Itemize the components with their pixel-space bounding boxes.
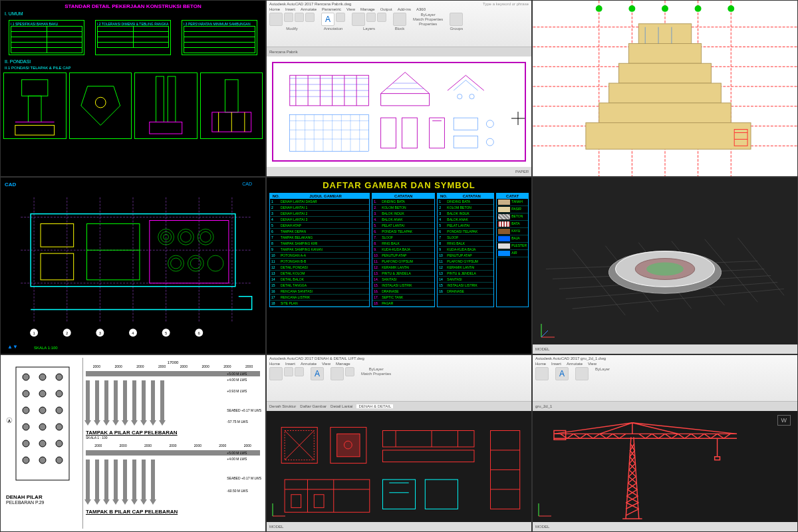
layer-icon[interactable]	[352, 13, 365, 26]
space-indicator[interactable]: MODEL	[535, 347, 549, 351]
drawing-canvas[interactable]: W	[533, 411, 797, 522]
foundation-detail	[3, 72, 66, 139]
menu-item[interactable]: Insert	[285, 7, 295, 11]
menu-item[interactable]: Home	[535, 362, 546, 366]
block-icon[interactable]	[393, 13, 406, 26]
list-row: 6PONDASI TELAPAK	[438, 229, 493, 235]
ribbon-group: Modify	[269, 13, 315, 31]
viewcube[interactable]: W	[777, 415, 791, 426]
list-row: 12.KERAMIK LANTAI	[372, 265, 434, 271]
list-row: 9.KUDA-KUDA BAJA	[372, 247, 434, 253]
menu-item[interactable]: Manage	[360, 7, 375, 11]
file-tab[interactable]: Denah Struktur	[269, 404, 296, 408]
svg-point-48	[486, 138, 493, 146]
tool-icon[interactable]	[336, 13, 345, 22]
svg-rect-44	[402, 118, 418, 148]
bylayer-dropdown[interactable]: ByLayer	[369, 367, 384, 371]
text-icon[interactable]: A	[311, 367, 324, 380]
menu-item[interactable]: Parametric	[322, 7, 341, 11]
menu-item[interactable]: View	[346, 7, 355, 11]
file-tab[interactable]: Rencana Pabrik	[269, 50, 298, 54]
svg-point-30	[469, 94, 474, 99]
tool-icon[interactable]	[305, 13, 315, 22]
svg-point-100	[198, 229, 213, 245]
bylayer-dropdown[interactable]: ByLayer	[421, 13, 436, 17]
list-row: 10.PENUTUP ATAP	[372, 253, 434, 259]
space-indicator[interactable]: PAPER	[515, 170, 529, 174]
list-row: 11.PLAFOND GYPSUM	[372, 259, 434, 265]
tool-icon[interactable]	[366, 13, 376, 22]
list-row: 5DENAH ATAP	[270, 223, 369, 229]
menu-item[interactable]: Output	[380, 7, 392, 11]
text-icon[interactable]: A	[321, 13, 334, 26]
space-indicator[interactable]: MODEL	[269, 525, 283, 529]
menu-item[interactable]: Home	[269, 7, 280, 11]
tool-icon[interactable]	[377, 13, 386, 22]
tool-icon[interactable]	[535, 367, 549, 380]
menu-item[interactable]: Insert	[285, 362, 295, 366]
list-row: 4DENAH LANTAI 3	[270, 217, 369, 223]
tool-icon[interactable]	[284, 13, 293, 22]
list-row: 16DRAINASE	[438, 289, 493, 295]
text-icon[interactable]: A	[555, 367, 569, 380]
menu-item[interactable]: View	[588, 362, 597, 366]
svg-point-29	[458, 94, 462, 99]
layer-icon[interactable]	[575, 367, 589, 380]
menu-item[interactable]: A360	[416, 7, 426, 11]
spec-table	[11, 26, 82, 53]
list-row: 3BALOK INDUK	[438, 211, 493, 217]
file-tabs: Denah StrukturDaftar GambarDetail Lantai…	[267, 402, 531, 411]
menu-bar: HomeInsertAnnotateView	[535, 362, 795, 366]
file-tab[interactable]: Detail Lantai	[331, 404, 352, 408]
file-tab[interactable]: DENAH & DETAIL	[356, 404, 393, 408]
match-properties[interactable]: Match Properties	[413, 17, 443, 21]
menu-item[interactable]: Insert	[551, 362, 561, 366]
svg-rect-8	[225, 80, 238, 112]
menu-item[interactable]: Annotate	[301, 362, 317, 366]
tool-icon[interactable]	[269, 13, 283, 26]
list-row: 13PINTU & JENDELA	[438, 271, 493, 277]
ribbon: Autodesk AutoCAD 2017 DENAH & DETAIL LIF…	[267, 355, 531, 402]
foundation-detail	[200, 72, 263, 139]
tool-icon[interactable]	[269, 367, 283, 380]
svg-rect-1	[28, 96, 41, 122]
group-icon[interactable]	[450, 13, 463, 26]
3d-viewport[interactable]: Press Spacebar to cycle options	[533, 178, 797, 354]
svg-rect-71	[609, 83, 722, 103]
svg-point-148	[23, 424, 29, 430]
menu-item[interactable]: Annotate	[567, 362, 583, 366]
space-indicator[interactable]: MODEL	[535, 525, 549, 529]
tile-building-section	[532, 0, 798, 177]
svg-point-64	[628, 5, 635, 12]
list-row: 16.DRAINASE	[372, 289, 434, 295]
ucs-icon	[271, 501, 287, 518]
tile-autocad-stadium: Autodesk AutoCAD 2017 stadion Jakabri-3D…	[532, 177, 798, 354]
svg-rect-175	[314, 495, 324, 508]
drawing-canvas[interactable]	[267, 411, 531, 522]
legend-table: CATAT TANAHPASIRBETONBATAKAYUBAJAPLESTER…	[496, 193, 529, 307]
menu-item[interactable]: Manage	[336, 362, 350, 366]
menu-item[interactable]: View	[322, 362, 331, 366]
layer-icon[interactable]	[331, 367, 344, 380]
svg-point-146	[39, 407, 46, 414]
tool-icon[interactable]	[284, 367, 293, 376]
svg-rect-6	[168, 76, 176, 122]
drawing-canvas[interactable]	[267, 57, 531, 167]
menu-item[interactable]: Add-ins	[398, 7, 411, 11]
tolerance-table	[97, 26, 169, 48]
floor-plan-drawing: 123456	[1, 178, 265, 354]
list-row: 5PELAT LANTAI	[438, 223, 493, 229]
file-tab[interactable]: Daftar Gambar	[300, 404, 327, 408]
bylayer-dropdown[interactable]: ByLayer	[595, 367, 610, 371]
tool-icon[interactable]	[345, 367, 354, 376]
tool-icon[interactable]	[295, 367, 304, 376]
svg-line-137	[541, 331, 548, 337]
file-tab[interactable]: gru_2d_1	[535, 404, 552, 408]
app-title: Autodesk AutoCAD 2017 Rencana Pabrik.dwg	[269, 2, 351, 6]
match-properties[interactable]: Match Properties	[361, 372, 391, 376]
menu-item[interactable]: Annotate	[301, 7, 317, 11]
tool-icon[interactable]	[295, 13, 304, 22]
menu-item[interactable]: Home	[269, 362, 280, 366]
svg-rect-169	[382, 450, 474, 462]
search-hint[interactable]: Type a keyword or phrase	[483, 2, 529, 6]
